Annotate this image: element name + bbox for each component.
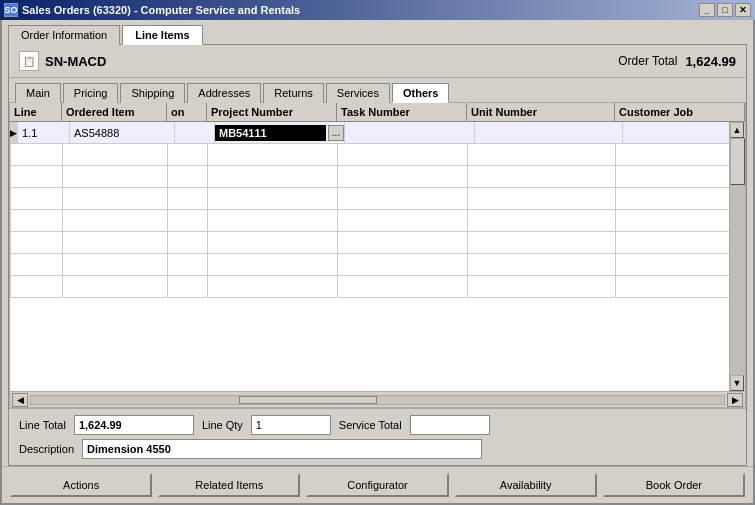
cell-ordered-8[interactable] — [63, 276, 168, 297]
cell-customer-3[interactable] — [616, 166, 745, 187]
table-row[interactable] — [10, 254, 745, 276]
cell-line-7[interactable] — [11, 254, 63, 275]
line-qty-input[interactable] — [251, 415, 331, 435]
cell-unit-4[interactable] — [468, 188, 616, 209]
vertical-scrollbar[interactable]: ▲ ▼ — [729, 122, 745, 391]
cell-project-2[interactable] — [208, 144, 338, 165]
cell-line-2[interactable] — [11, 144, 63, 165]
tab-shipping[interactable]: Shipping — [120, 83, 185, 103]
line-total-input[interactable] — [74, 415, 194, 435]
table-row[interactable] — [10, 188, 745, 210]
cell-project-1[interactable]: MB54111 ... — [215, 122, 345, 143]
tab-others[interactable]: Others — [392, 83, 449, 103]
cell-task-7[interactable] — [338, 254, 468, 275]
tab-main[interactable]: Main — [15, 83, 61, 103]
tab-addresses[interactable]: Addresses — [187, 83, 261, 103]
cell-on-4[interactable] — [168, 188, 208, 209]
cell-task-5[interactable] — [338, 210, 468, 231]
tab-services[interactable]: Services — [326, 83, 390, 103]
cell-ordered-6[interactable] — [63, 232, 168, 253]
scroll-track-vertical[interactable] — [730, 138, 745, 375]
scroll-right-button[interactable]: ▶ — [727, 393, 743, 407]
related-items-button[interactable]: Related Items — [158, 473, 300, 497]
book-order-button[interactable]: Book Order — [603, 473, 745, 497]
cell-line-3[interactable] — [11, 166, 63, 187]
inner-header: 📋 SN-MACD Order Total 1,624.99 — [9, 45, 746, 78]
cell-customer-8[interactable] — [616, 276, 745, 297]
cell-ordered-item-1[interactable]: AS54888 — [70, 122, 175, 143]
tab-order-information[interactable]: Order Information — [8, 25, 120, 45]
table-row[interactable] — [10, 210, 745, 232]
cell-project-6[interactable] — [208, 232, 338, 253]
cell-unit-2[interactable] — [468, 144, 616, 165]
tab-line-items[interactable]: Line Items — [122, 25, 202, 45]
cell-customer-7[interactable] — [616, 254, 745, 275]
bottom-fields: Line Total Line Qty Service Total Descri… — [9, 408, 746, 465]
cell-on-2[interactable] — [168, 144, 208, 165]
availability-button[interactable]: Availability — [455, 473, 597, 497]
cell-on-1[interactable] — [175, 122, 215, 143]
table-row[interactable] — [10, 276, 745, 298]
cell-task-6[interactable] — [338, 232, 468, 253]
table-row[interactable]: ▶ 1.1 AS54888 MB54111 ... — [10, 122, 745, 144]
tab-pricing[interactable]: Pricing — [63, 83, 119, 103]
cell-ordered-4[interactable] — [63, 188, 168, 209]
cell-ordered-3[interactable] — [63, 166, 168, 187]
cell-task-1[interactable] — [345, 122, 475, 143]
grid-body[interactable]: ▶ 1.1 AS54888 MB54111 ... — [10, 122, 745, 391]
cell-ordered-2[interactable] — [63, 144, 168, 165]
scroll-thumb-vertical[interactable] — [730, 138, 745, 185]
project-ellipsis-button[interactable]: ... — [328, 125, 344, 141]
cell-on-7[interactable] — [168, 254, 208, 275]
cell-ordered-5[interactable] — [63, 210, 168, 231]
cell-unit-5[interactable] — [468, 210, 616, 231]
table-row[interactable] — [10, 166, 745, 188]
cell-line-6[interactable] — [11, 232, 63, 253]
cell-ordered-7[interactable] — [63, 254, 168, 275]
cell-unit-6[interactable] — [468, 232, 616, 253]
title-bar-controls[interactable]: _ □ ✕ — [699, 3, 751, 17]
cell-customer-1[interactable] — [623, 122, 745, 143]
cell-task-8[interactable] — [338, 276, 468, 297]
cell-project-5[interactable] — [208, 210, 338, 231]
cell-task-3[interactable] — [338, 166, 468, 187]
cell-customer-2[interactable] — [616, 144, 745, 165]
scroll-thumb-horizontal[interactable] — [239, 396, 378, 404]
cell-on-8[interactable] — [168, 276, 208, 297]
cell-on-3[interactable] — [168, 166, 208, 187]
cell-task-2[interactable] — [338, 144, 468, 165]
cell-project-4[interactable] — [208, 188, 338, 209]
cell-task-4[interactable] — [338, 188, 468, 209]
tab-returns[interactable]: Returns — [263, 83, 324, 103]
cell-unit-8[interactable] — [468, 276, 616, 297]
configurator-button[interactable]: Configurator — [306, 473, 448, 497]
minimize-button[interactable]: _ — [699, 3, 715, 17]
cell-line-8[interactable] — [11, 276, 63, 297]
cell-project-7[interactable] — [208, 254, 338, 275]
cell-line-4[interactable] — [11, 188, 63, 209]
scroll-track-horizontal[interactable] — [30, 395, 725, 405]
cell-customer-4[interactable] — [616, 188, 745, 209]
horizontal-scrollbar[interactable]: ◀ ▶ — [10, 391, 745, 407]
cell-unit-1[interactable] — [475, 122, 623, 143]
scroll-left-button[interactable]: ◀ — [12, 393, 28, 407]
description-input[interactable] — [82, 439, 482, 459]
table-row[interactable] — [10, 232, 745, 254]
cell-unit-7[interactable] — [468, 254, 616, 275]
cell-customer-6[interactable] — [616, 232, 745, 253]
cell-on-6[interactable] — [168, 232, 208, 253]
scroll-down-button[interactable]: ▼ — [730, 375, 744, 391]
cell-unit-3[interactable] — [468, 166, 616, 187]
table-row[interactable] — [10, 144, 745, 166]
actions-button[interactable]: Actions — [10, 473, 152, 497]
cell-on-5[interactable] — [168, 210, 208, 231]
close-button[interactable]: ✕ — [735, 3, 751, 17]
service-total-input[interactable] — [410, 415, 490, 435]
scroll-up-button[interactable]: ▲ — [730, 122, 744, 138]
cell-project-8[interactable] — [208, 276, 338, 297]
cell-customer-5[interactable] — [616, 210, 745, 231]
maximize-button[interactable]: □ — [717, 3, 733, 17]
cell-line-1[interactable]: 1.1 — [18, 122, 70, 143]
cell-project-3[interactable] — [208, 166, 338, 187]
cell-line-5[interactable] — [11, 210, 63, 231]
